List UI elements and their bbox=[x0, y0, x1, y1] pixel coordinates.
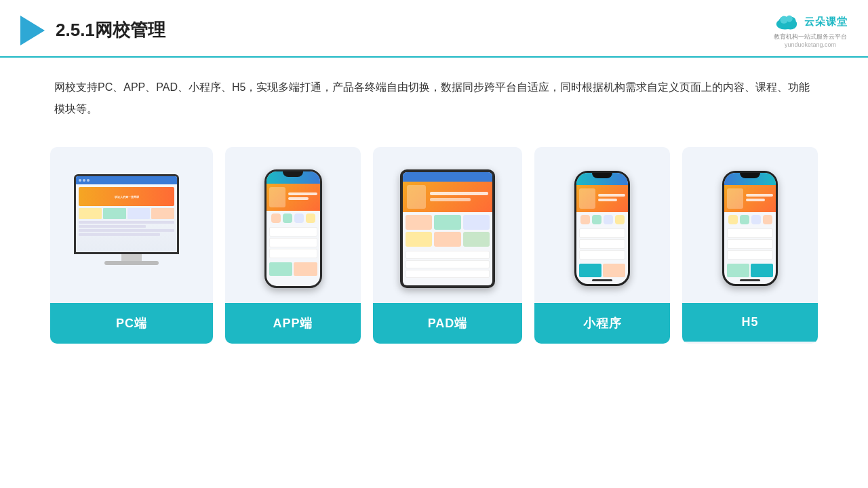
pc-stand bbox=[121, 254, 142, 261]
pc-base bbox=[104, 261, 159, 265]
pc-grid-2 bbox=[103, 208, 126, 219]
card-app-label: APP端 bbox=[225, 303, 361, 344]
pc-grid-3 bbox=[127, 208, 151, 219]
pc-screen-header bbox=[76, 176, 177, 184]
cards-container: 职达人的第一堂网课 bbox=[0, 127, 868, 357]
card-pc: 职达人的第一堂网课 bbox=[50, 147, 213, 344]
phone-notch bbox=[283, 171, 303, 177]
pad-screen bbox=[403, 172, 492, 285]
card-pc-image: 职达人的第一堂网课 bbox=[50, 147, 213, 303]
mini-phone-mockup bbox=[574, 171, 630, 286]
phone-banner-text bbox=[288, 192, 317, 202]
card-pad: PAD端 bbox=[373, 147, 522, 344]
home-indicator bbox=[592, 279, 612, 281]
pc-banner: 职达人的第一堂网课 bbox=[79, 187, 174, 206]
mini-colored-row bbox=[576, 262, 628, 279]
play-icon bbox=[20, 16, 45, 45]
h5-figure bbox=[727, 188, 743, 209]
mini-phone-notch bbox=[592, 173, 612, 178]
page-header: 2.5.1网校管理 云朵课堂 教育机构一站式服务云平台 yunduoketang… bbox=[0, 0, 868, 58]
pad-top-bar bbox=[403, 172, 492, 182]
pad-grid bbox=[403, 212, 492, 249]
pc-dot-2 bbox=[83, 179, 85, 182]
pc-grid-4 bbox=[151, 208, 174, 219]
h5-banner-text bbox=[746, 194, 773, 203]
h5-course-list bbox=[724, 227, 776, 262]
card-h5-label: H5 bbox=[682, 303, 818, 342]
pc-line-1 bbox=[79, 221, 174, 224]
svg-point-5 bbox=[786, 16, 793, 22]
card-pad-image bbox=[373, 147, 522, 303]
mini-course-list bbox=[576, 227, 628, 262]
logo-area: 云朵课堂 教育机构一站式服务云平台 yunduoketang.com bbox=[773, 12, 848, 48]
pc-mockup: 职达人的第一堂网课 bbox=[74, 174, 189, 283]
h5-phone-mockup bbox=[722, 171, 778, 286]
card-miniprogram: 小程序 bbox=[534, 147, 670, 344]
mini-phone-screen bbox=[576, 173, 628, 284]
logo-name: 云朵课堂 bbox=[804, 16, 848, 28]
phone-figure bbox=[269, 187, 285, 207]
pad-banner-figure bbox=[407, 185, 426, 209]
phone-banner bbox=[267, 184, 320, 211]
card-h5: H5 bbox=[682, 147, 818, 344]
mini-banner bbox=[576, 185, 628, 212]
h5-colored-row bbox=[724, 262, 776, 279]
card-pad-label: PAD端 bbox=[373, 303, 522, 344]
pad-list bbox=[403, 249, 492, 281]
pc-content: 职达人的第一堂网课 bbox=[76, 184, 177, 240]
pc-line-4 bbox=[79, 233, 160, 236]
pc-line-3 bbox=[79, 229, 174, 232]
pc-grid bbox=[79, 208, 174, 219]
card-app: APP端 bbox=[225, 147, 361, 344]
card-pc-label: PC端 bbox=[50, 303, 213, 344]
page-title: 2.5.1网校管理 bbox=[56, 18, 165, 42]
logo-tagline: 教育机构一站式服务云平台 bbox=[774, 33, 847, 41]
app-phone-mockup bbox=[264, 169, 322, 288]
pc-dot-3 bbox=[87, 179, 90, 182]
pc-line-2 bbox=[79, 225, 146, 228]
pc-screen-inner: 职达人的第一堂网课 bbox=[76, 176, 177, 252]
description-text: 网校支持PC、APP、PAD、小程序、H5，实现多端打通，产品各终端自由切换，数… bbox=[0, 58, 868, 127]
phone-course-list bbox=[267, 226, 320, 261]
pad-mockup bbox=[400, 169, 495, 288]
card-mini-image bbox=[534, 147, 670, 303]
mini-banner-text bbox=[598, 194, 625, 203]
pc-dot-1 bbox=[79, 179, 81, 182]
phone-screen bbox=[267, 171, 320, 286]
pc-grid-1 bbox=[79, 208, 102, 219]
cloud-icon bbox=[773, 12, 800, 31]
mini-figure bbox=[579, 188, 595, 209]
card-app-image bbox=[225, 147, 361, 303]
pc-screen: 职达人的第一堂网课 bbox=[74, 174, 179, 254]
card-h5-image bbox=[682, 147, 818, 303]
logo-cloud: 云朵课堂 bbox=[773, 12, 848, 31]
h5-phone-screen bbox=[724, 173, 776, 284]
pad-banner bbox=[403, 182, 492, 212]
card-mini-label: 小程序 bbox=[534, 303, 670, 344]
logo-url: yunduoketang.com bbox=[785, 41, 836, 48]
h5-home-indicator bbox=[740, 279, 760, 281]
phone-colored-row bbox=[267, 261, 320, 277]
h5-phone-notch bbox=[740, 173, 760, 178]
h5-banner bbox=[724, 185, 776, 212]
header-left: 2.5.1网校管理 bbox=[20, 16, 165, 45]
mini-icons bbox=[576, 212, 628, 227]
pc-banner-text: 职达人的第一堂网课 bbox=[115, 195, 139, 199]
phone-icons bbox=[267, 211, 320, 226]
h5-icons bbox=[724, 212, 776, 227]
